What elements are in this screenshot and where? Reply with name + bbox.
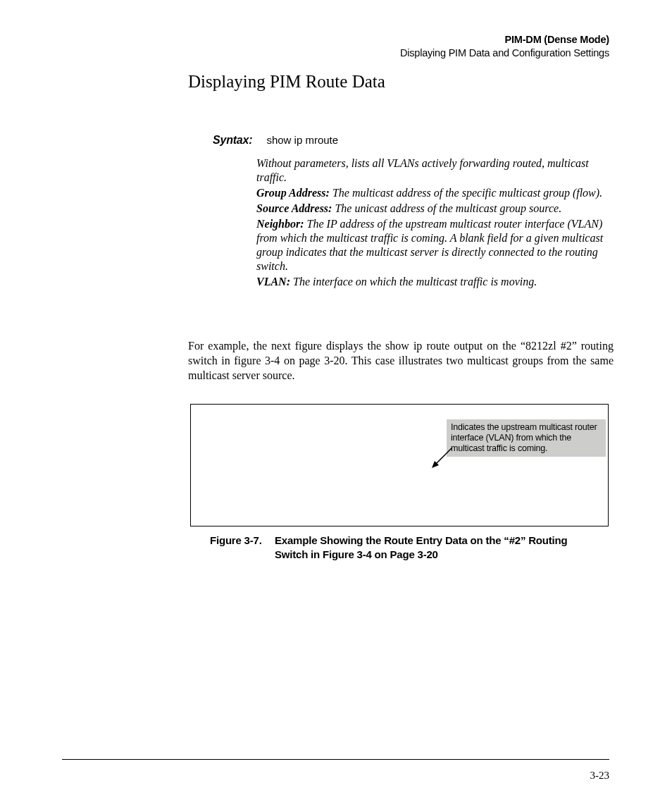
syntax-row: Syntax: show ip mroute bbox=[213, 134, 607, 147]
page-number: 3-23 bbox=[590, 770, 610, 782]
field-group: Group Address: The multicast address of … bbox=[256, 186, 607, 200]
field-group-text: The multicast address of the specific mu… bbox=[330, 187, 602, 199]
field-neighbor-label: Neighbor: bbox=[256, 218, 304, 230]
arrow-icon bbox=[430, 445, 454, 469]
syntax-intro: Without parameters, lists all VLANs acti… bbox=[256, 156, 607, 185]
field-source-label: Source Address: bbox=[256, 202, 332, 214]
header-chapter: PIM-DM (Dense Mode) bbox=[400, 34, 609, 46]
field-source: Source Address: The unicast address of t… bbox=[256, 202, 607, 216]
syntax-description: Without parameters, lists all VLANs acti… bbox=[256, 156, 607, 289]
footer-rule bbox=[62, 759, 609, 760]
page: PIM-DM (Dense Mode) Displaying PIM Data … bbox=[0, 0, 672, 807]
figure-caption: Figure 3-7. Example Showing the Route En… bbox=[210, 534, 604, 561]
field-group-label: Group Address: bbox=[256, 187, 330, 199]
field-neighbor: Neighbor: The IP address of the upstream… bbox=[256, 217, 607, 273]
field-vlan: VLAN: The interface on which the multica… bbox=[256, 275, 607, 289]
body-paragraph: For example, the next figure displays th… bbox=[188, 339, 614, 383]
figure-caption-text: Example Showing the Route Entry Data on … bbox=[275, 534, 600, 561]
field-neighbor-text: The IP address of the upstream multicast… bbox=[256, 218, 603, 272]
figure-number: Figure 3-7. bbox=[210, 534, 272, 548]
figure-callout: Indicates the upstream multicast router … bbox=[447, 419, 606, 457]
field-vlan-label: VLAN: bbox=[256, 276, 290, 288]
syntax-block: Syntax: show ip mroute Without parameter… bbox=[213, 134, 607, 290]
field-vlan-text: The interface on which the multicast tra… bbox=[290, 276, 537, 288]
svg-line-0 bbox=[435, 448, 452, 465]
header-section: Displaying PIM Data and Configuration Se… bbox=[400, 47, 609, 59]
page-header: PIM-DM (Dense Mode) Displaying PIM Data … bbox=[400, 34, 609, 60]
syntax-command: show ip mroute bbox=[266, 134, 338, 146]
section-title: Displaying PIM Route Data bbox=[188, 72, 385, 92]
syntax-label: Syntax: bbox=[213, 134, 252, 146]
field-source-text: The unicast address of the multicast gro… bbox=[332, 202, 561, 214]
figure-box: Indicates the upstream multicast router … bbox=[190, 404, 609, 526]
